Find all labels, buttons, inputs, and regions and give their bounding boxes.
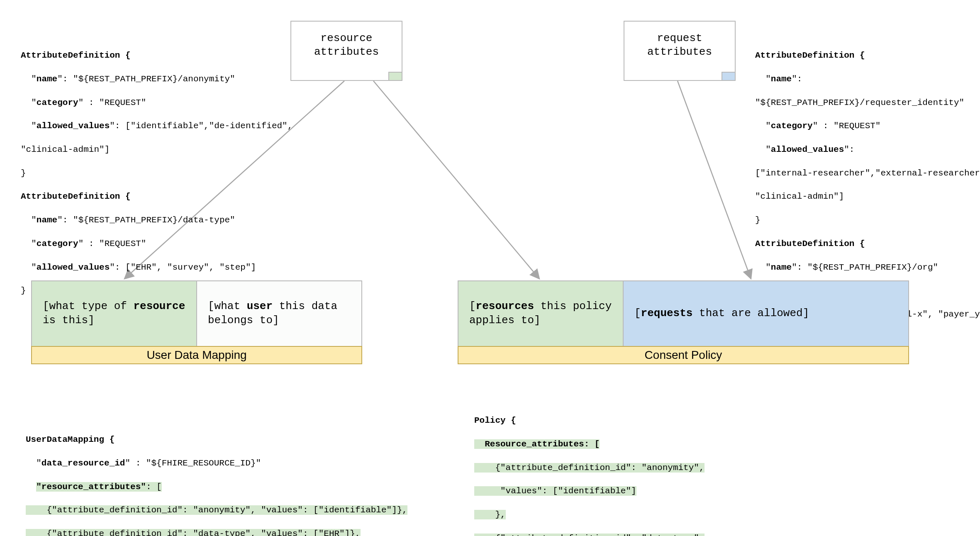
- consent-label: Consent Policy: [458, 346, 909, 364]
- policy-code: Policy { Resource_attributes: [ {"attrib…: [474, 403, 980, 536]
- user-data-mapping-code: UserDataMapping { "data_resource_id" : "…: [26, 422, 407, 536]
- resource-attributes-box: resource attributes: [290, 21, 402, 81]
- request-attributes-chip: [722, 72, 736, 81]
- resource-attributes-chip: [388, 72, 402, 81]
- request-attributes-line1: request: [624, 32, 735, 45]
- request-attributes-line2: attributes: [624, 45, 735, 59]
- udm-user-cell: [what user this data belongs to]: [196, 280, 362, 347]
- consent-resources-cell: [resources this policy applies to]: [458, 280, 624, 347]
- udm-resource-cell: [what type of resource is this]: [31, 280, 197, 347]
- svg-line-2: [678, 81, 751, 279]
- udm-label: User Data Mapping: [31, 346, 362, 364]
- svg-line-1: [373, 81, 539, 279]
- consent-requests-cell: [requests that are allowed]: [623, 280, 909, 347]
- attribute-def-left-code: AttributeDefinition { "name": "${REST_PA…: [21, 38, 293, 309]
- request-attributes-box: request attributes: [624, 21, 736, 81]
- resource-attributes-line1: resource: [291, 32, 402, 45]
- resource-attributes-line2: attributes: [291, 45, 402, 59]
